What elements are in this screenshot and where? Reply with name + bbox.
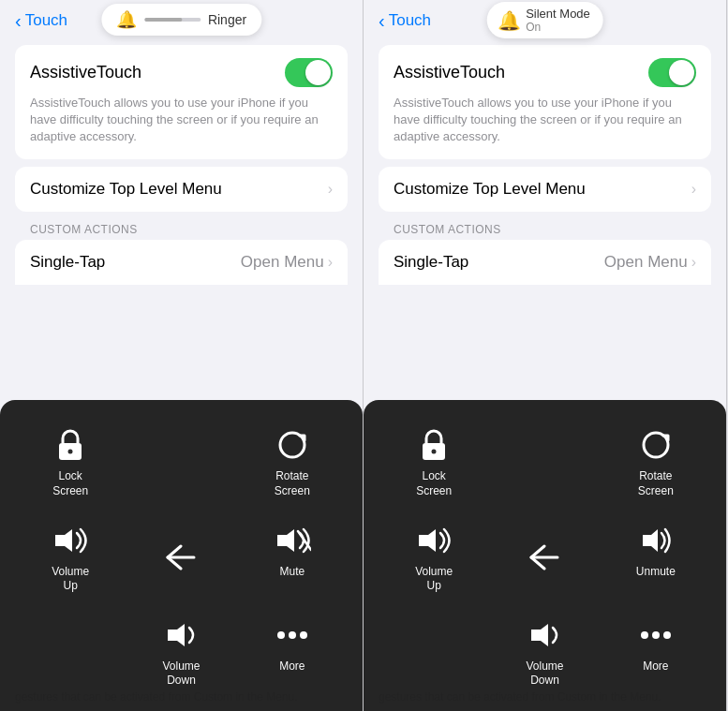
mute-icon-left <box>274 522 311 559</box>
volume-down-icon-left <box>164 616 198 654</box>
svg-marker-5 <box>277 529 294 552</box>
arrow-item-left[interactable] <box>126 514 236 601</box>
volume-up-icon-right <box>415 522 453 559</box>
more-item-right[interactable]: More <box>601 609 711 696</box>
lock-screen-item-right[interactable]: LockScreen <box>379 419 489 506</box>
more-dots-icon-left <box>275 616 309 654</box>
assistivetouch-section-left: AssistiveTouch AssistiveTouch allows you… <box>15 45 348 159</box>
customize-label-right: Customize Top Level Menu <box>394 180 586 199</box>
assistivetouch-desc-left: AssistiveTouch allows you to use your iP… <box>30 95 333 146</box>
svg-point-18 <box>641 631 648 639</box>
right-back-button[interactable]: ‹ Touch <box>379 11 431 30</box>
single-tap-label-left: Single-Tap <box>30 253 105 272</box>
assistivetouch-toggle-right[interactable] <box>648 58 696 87</box>
customize-menu-left[interactable]: Customize Top Level Menu › <box>15 167 348 212</box>
assistivetouch-section-right: AssistiveTouch AssistiveTouch allows you… <box>379 45 711 159</box>
left-content: AssistiveTouch AssistiveTouch allows you… <box>0 37 363 292</box>
left-panel: ‹ Touch 🔔 Ringer AssistiveTouch Assistiv… <box>0 0 364 711</box>
assistivetouch-toggle-left[interactable] <box>285 58 333 87</box>
open-menu-label-right: Open Menu <box>604 253 688 272</box>
svg-point-8 <box>277 631 285 639</box>
volume-up-label-left: VolumeUp <box>52 565 89 594</box>
at-grid-right: LockScreen RotateScreen <box>379 419 711 696</box>
svg-marker-14 <box>419 529 436 552</box>
svg-point-20 <box>663 631 671 639</box>
unmute-label-right: Unmute <box>636 565 676 580</box>
more-label-left: More <box>279 659 305 674</box>
empty-bottom-right <box>379 609 489 696</box>
unmute-icon-right <box>639 522 673 559</box>
volume-down-item-right[interactable]: VolumeDown <box>489 609 600 696</box>
bell-icon: 🔔 <box>116 9 137 30</box>
mute-label-left: Mute <box>279 565 305 580</box>
assistivetouch-title-right: AssistiveTouch <box>394 63 505 82</box>
assistivetouch-toggle-row-right: AssistiveTouch <box>394 58 696 87</box>
open-menu-chevron-right: › <box>691 254 696 271</box>
right-back-chevron-icon: ‹ <box>379 11 385 30</box>
volume-up-item-left[interactable]: VolumeUp <box>15 514 126 601</box>
more-dots-icon-right <box>639 616 673 654</box>
customize-chevron-right: › <box>691 181 696 198</box>
at-popup-left: LockScreen RotateScreen <box>0 400 363 711</box>
volume-down-item-left[interactable]: VolumeDown <box>126 609 236 696</box>
ringer-label: Ringer <box>208 12 246 27</box>
volume-down-label-right: VolumeDown <box>526 659 563 689</box>
single-tap-label-right: Single-Tap <box>394 253 468 272</box>
right-panel: ‹ Touch 🔔 Silent Mode On AssistiveTouch … <box>364 0 727 711</box>
svg-point-12 <box>432 450 437 454</box>
more-label-right: More <box>643 659 668 674</box>
svg-point-19 <box>652 631 660 639</box>
mute-item-left[interactable]: Mute <box>237 514 348 601</box>
left-back-button[interactable]: ‹ Touch <box>15 11 67 30</box>
rotate-icon-right <box>639 426 673 464</box>
center-spacer-top-left <box>126 419 236 506</box>
silent-on: On <box>526 21 590 34</box>
more-item-left[interactable]: More <box>237 609 348 696</box>
custom-actions-header-left: CUSTOM ACTIONS <box>15 212 348 240</box>
volume-down-icon-right <box>527 616 561 654</box>
rotate-screen-label-right: RotateScreen <box>638 469 674 498</box>
svg-marker-17 <box>531 624 548 646</box>
customize-chevron-left: › <box>328 181 333 198</box>
svg-marker-3 <box>55 529 72 552</box>
lock-screen-item-left[interactable]: LockScreen <box>15 419 126 506</box>
silent-bell-icon: 🔔 <box>498 9 521 32</box>
rotate-icon-left <box>275 426 309 464</box>
volume-up-icon-left <box>52 522 89 559</box>
unmute-item-right[interactable]: Unmute <box>601 514 711 601</box>
empty-bottom-left <box>15 609 126 696</box>
right-content: AssistiveTouch AssistiveTouch allows you… <box>364 37 726 292</box>
at-grid-left: LockScreen RotateScreen <box>15 419 348 696</box>
rotate-screen-item-left[interactable]: RotateScreen <box>237 419 348 506</box>
ringer-popup: 🔔 Ringer <box>101 4 261 36</box>
single-tap-row-left[interactable]: Single-Tap Open Menu › <box>15 240 348 285</box>
volume-up-item-right[interactable]: VolumeUp <box>379 514 489 601</box>
lock-screen-label-right: LockScreen <box>416 469 452 498</box>
ringer-bar[interactable] <box>144 18 201 22</box>
open-menu-chevron-left: › <box>328 254 333 271</box>
lock-screen-label-left: LockScreen <box>52 469 88 498</box>
svg-marker-7 <box>168 624 185 646</box>
rotate-screen-item-right[interactable]: RotateScreen <box>601 419 711 506</box>
volume-up-label-right: VolumeUp <box>415 565 453 594</box>
lock-icon-right <box>418 426 450 464</box>
right-back-label: Touch <box>389 11 431 30</box>
customize-label-left: Customize Top Level Menu <box>30 180 222 199</box>
at-popup-right: LockScreen RotateScreen <box>364 400 726 711</box>
assistivetouch-toggle-row-left: AssistiveTouch <box>30 58 333 87</box>
open-menu-label-left: Open Menu <box>241 253 324 272</box>
svg-marker-16 <box>643 529 658 552</box>
arrow-left-icon-left <box>164 539 198 576</box>
lock-icon-left <box>54 426 86 464</box>
arrow-item-right[interactable] <box>489 514 600 601</box>
volume-down-label-left: VolumeDown <box>162 659 200 689</box>
silent-popup: 🔔 Silent Mode On <box>486 2 603 38</box>
svg-point-10 <box>300 631 307 639</box>
center-spacer-top-right <box>489 419 600 506</box>
customize-menu-right[interactable]: Customize Top Level Menu › <box>379 167 711 212</box>
left-header: ‹ Touch 🔔 Ringer <box>0 0 363 37</box>
assistivetouch-title-left: AssistiveTouch <box>30 63 141 82</box>
assistivetouch-desc-right: AssistiveTouch allows you to use your iP… <box>394 95 696 146</box>
custom-actions-header-right: CUSTOM ACTIONS <box>379 212 711 240</box>
single-tap-row-right[interactable]: Single-Tap Open Menu › <box>379 240 711 285</box>
